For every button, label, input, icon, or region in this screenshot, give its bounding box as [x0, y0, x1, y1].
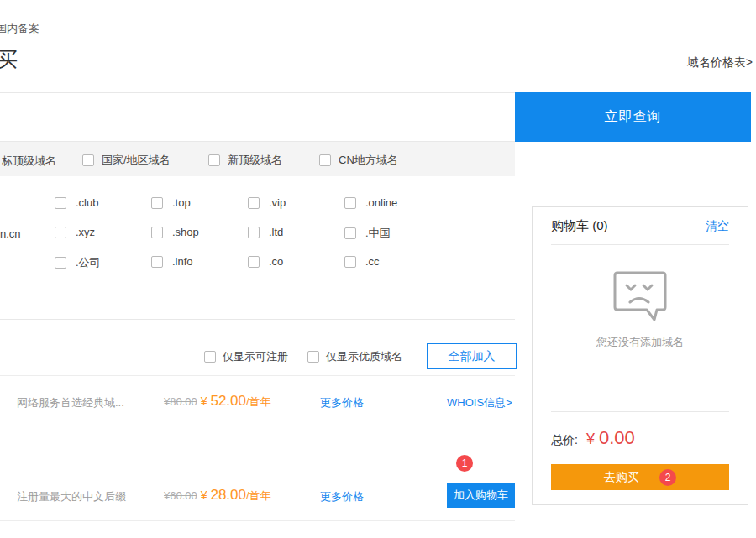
panel-divider: [0, 319, 515, 320]
add-to-cart-button[interactable]: 加入购物车: [447, 483, 515, 508]
extension-option-online[interactable]: .online: [344, 196, 397, 209]
currency-symbol: ¥: [201, 394, 211, 408]
cart-clear-link[interactable]: 清空: [706, 219, 729, 234]
checkbox[interactable]: [55, 257, 66, 269]
cart-divider: [551, 411, 729, 412]
checkbox[interactable]: [248, 197, 260, 209]
extension-label: .xyz: [76, 226, 95, 238]
extension-label: .online: [365, 196, 397, 209]
extension-option-xyz[interactable]: .xyz: [55, 226, 95, 238]
search-button[interactable]: 立即查询: [515, 92, 751, 142]
category-label: CN地方域名: [339, 153, 398, 168]
extension-label: .info: [172, 255, 193, 268]
result-row-description: 注册量最大的中文后缀: [17, 489, 126, 504]
checkbox[interactable]: [319, 154, 331, 166]
page-title: 买: [0, 46, 18, 73]
cart-divider: [551, 244, 729, 245]
whois-info-link[interactable]: WHOIS信息>: [447, 395, 512, 410]
current-price: 28.00: [210, 487, 246, 503]
price-unit: /首年: [246, 395, 271, 408]
filter-label: 仅显示可注册: [223, 349, 288, 364]
filter-only-premium[interactable]: 仅显示优质域名: [307, 349, 402, 364]
extension-label: .top: [172, 196, 191, 209]
cart-title: 购物车 (0): [551, 218, 608, 234]
extension-label: .club: [76, 196, 98, 209]
extension-option-gongsi[interactable]: .公司: [55, 255, 101, 270]
category-new-tld[interactable]: 新顶级域名: [208, 153, 282, 168]
checkbox[interactable]: [344, 197, 356, 209]
total-value: 0.00: [599, 427, 635, 448]
checkbox[interactable]: [151, 256, 163, 268]
extension-label: .co: [269, 255, 283, 268]
category-country-region[interactable]: 国家/地区域名: [82, 153, 171, 168]
step-badge-1: 1: [456, 455, 473, 472]
result-row-price: ¥80.00¥ 52.00/首年: [164, 393, 271, 410]
more-prices-link[interactable]: 更多价格: [320, 489, 364, 504]
result-row-description: 网络服务首选经典域...: [17, 395, 124, 410]
row-divider: [0, 426, 515, 426]
cart-total-row: 总价:¥ 0.00: [551, 427, 635, 449]
add-all-button[interactable]: 全部加入: [427, 343, 517, 369]
table-bottom-divider: [0, 520, 515, 521]
old-price: ¥80.00: [164, 395, 197, 408]
extension-label: .中国: [365, 226, 391, 241]
checkbox[interactable]: [55, 197, 66, 209]
category-label: 新顶级域名: [228, 153, 282, 168]
filter-label: 仅显示优质域名: [326, 349, 402, 364]
checkbox[interactable]: [208, 154, 220, 166]
extension-option-top[interactable]: .top: [151, 196, 191, 209]
price-table-link[interactable]: 域名价格表>: [687, 55, 753, 71]
extension-label: .vip: [269, 196, 286, 209]
category-label: 国家/地区域名: [102, 153, 171, 168]
result-row-price: ¥60.00¥ 28.00/首年: [164, 487, 271, 504]
checkbox[interactable]: [151, 227, 163, 238]
cart-panel: 购物车 (0) 清空 您还没有添加域名 总价:¥ 0.00 去购买 2: [532, 206, 748, 505]
row-divider: [0, 375, 515, 376]
extension-option-cc[interactable]: .cc: [344, 255, 380, 268]
breadcrumb: 国内备案: [0, 21, 39, 36]
category-cn-regional[interactable]: CN地方域名: [319, 153, 398, 168]
filter-only-registrable[interactable]: 仅显示可注册: [204, 349, 288, 364]
checkbox[interactable]: [344, 256, 356, 268]
more-prices-link[interactable]: 更多价格: [320, 395, 364, 410]
category-international-tld-label[interactable]: 标顶级域名: [2, 154, 56, 169]
extension-option-info[interactable]: .info: [151, 255, 193, 268]
extension-option-ltd[interactable]: .ltd: [248, 226, 283, 238]
cart-empty-text: 您还没有添加域名: [533, 335, 748, 350]
extension-option-club[interactable]: .club: [55, 196, 98, 209]
checkbox[interactable]: [55, 227, 66, 238]
extension-label: .shop: [172, 226, 199, 238]
price-unit: /首年: [246, 489, 271, 502]
extension-label: .公司: [76, 255, 101, 270]
checkbox[interactable]: [248, 256, 260, 268]
go-buy-label: 去购买: [604, 470, 639, 485]
checkbox[interactable]: [151, 197, 163, 209]
currency-symbol: ¥: [201, 488, 211, 502]
extension-label-partial: n.cn: [0, 227, 21, 240]
old-price: ¥60.00: [164, 489, 197, 502]
checkbox[interactable]: [307, 351, 319, 363]
extension-option-shop[interactable]: .shop: [151, 226, 199, 238]
extension-label: .cc: [365, 255, 380, 268]
checkbox[interactable]: [344, 227, 356, 239]
go-buy-button[interactable]: 去购买 2: [551, 464, 729, 490]
domain-purchase-page: 国内备案 买 域名价格表> 立即查询 标顶级域名 国家/地区域名 新顶级域名 C…: [0, 0, 756, 538]
total-currency: ¥: [586, 431, 599, 447]
category-filter-bar: 标顶级域名 国家/地区域名 新顶级域名 CN地方域名: [0, 142, 515, 176]
checkbox[interactable]: [82, 154, 94, 166]
extension-option-zhongguo[interactable]: .中国: [344, 226, 391, 241]
extension-option-vip[interactable]: .vip: [248, 196, 286, 209]
extension-option-co[interactable]: .co: [248, 255, 283, 268]
step-badge-2: 2: [659, 469, 676, 486]
empty-cart-sad-face-icon: [613, 271, 667, 323]
total-label: 总价:: [551, 433, 578, 447]
checkbox[interactable]: [204, 351, 216, 363]
extension-label: .ltd: [269, 226, 283, 238]
search-input[interactable]: [0, 92, 515, 142]
checkbox[interactable]: [248, 227, 260, 238]
current-price: 52.00: [210, 393, 246, 409]
